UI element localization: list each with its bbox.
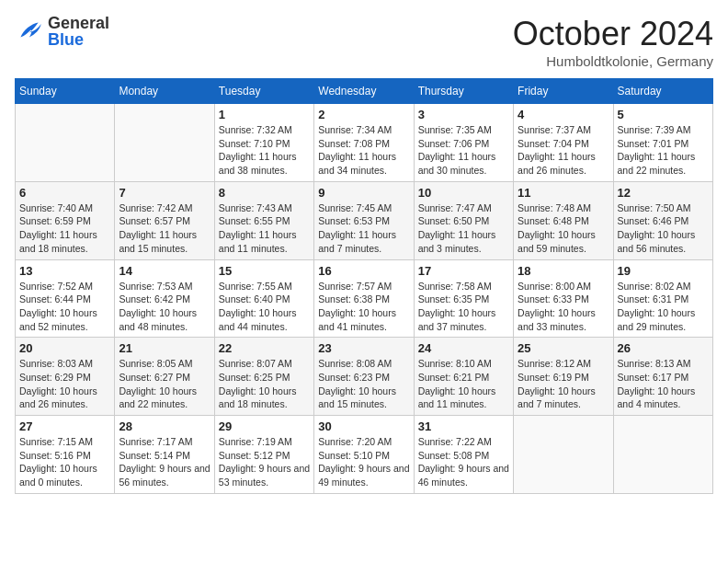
location: Humboldtkolonie, Germany: [513, 53, 713, 69]
calendar-cell: 12Sunrise: 7:50 AM Sunset: 6:46 PM Dayli…: [613, 181, 712, 259]
day-number: 7: [119, 186, 210, 200]
day-number: 30: [318, 419, 409, 433]
logo-blue: Blue: [48, 30, 84, 49]
logo-icon: [15, 17, 44, 46]
day-number: 21: [119, 341, 210, 355]
calendar-week-3: 13Sunrise: 7:52 AM Sunset: 6:44 PM Dayli…: [16, 259, 713, 338]
logo: General Blue: [15, 15, 109, 48]
calendar-cell: 3Sunrise: 7:35 AM Sunset: 7:06 PM Daylig…: [414, 104, 513, 182]
day-number: 14: [119, 264, 210, 278]
day-info: Sunrise: 7:50 AM Sunset: 6:46 PM Dayligh…: [618, 201, 709, 256]
day-number: 9: [318, 186, 409, 200]
day-number: 23: [318, 341, 409, 355]
day-number: 3: [418, 108, 509, 121]
weekday-header-monday: Monday: [115, 79, 214, 104]
day-info: Sunrise: 7:42 AM Sunset: 6:57 PM Dayligh…: [119, 201, 210, 256]
day-info: Sunrise: 8:05 AM Sunset: 6:27 PM Dayligh…: [119, 357, 210, 411]
day-number: 19: [618, 264, 709, 278]
day-info: Sunrise: 7:19 AM Sunset: 5:12 PM Dayligh…: [219, 435, 310, 489]
day-info: Sunrise: 7:57 AM Sunset: 6:38 PM Dayligh…: [318, 280, 409, 334]
day-number: 17: [418, 264, 509, 278]
day-number: 26: [618, 341, 709, 355]
day-info: Sunrise: 7:43 AM Sunset: 6:55 PM Dayligh…: [219, 201, 310, 256]
day-info: Sunrise: 7:53 AM Sunset: 6:42 PM Dayligh…: [119, 280, 210, 334]
day-info: Sunrise: 7:15 AM Sunset: 5:16 PM Dayligh…: [19, 435, 110, 489]
day-info: Sunrise: 7:37 AM Sunset: 7:04 PM Dayligh…: [518, 123, 609, 178]
day-info: Sunrise: 7:40 AM Sunset: 6:59 PM Dayligh…: [19, 201, 110, 256]
day-info: Sunrise: 7:22 AM Sunset: 5:08 PM Dayligh…: [418, 435, 509, 489]
day-number: 6: [19, 186, 110, 200]
calendar-cell: 4Sunrise: 7:37 AM Sunset: 7:04 PM Daylig…: [514, 104, 613, 182]
day-number: 28: [119, 419, 210, 433]
calendar-cell: 2Sunrise: 7:34 AM Sunset: 7:08 PM Daylig…: [314, 104, 414, 182]
day-number: 25: [518, 341, 609, 355]
calendar-cell: 28Sunrise: 7:17 AM Sunset: 5:14 PM Dayli…: [115, 416, 214, 494]
calendar-cell: [115, 104, 214, 182]
day-number: 8: [219, 186, 310, 200]
calendar-cell: 6Sunrise: 7:40 AM Sunset: 6:59 PM Daylig…: [16, 181, 115, 259]
calendar-cell: 14Sunrise: 7:53 AM Sunset: 6:42 PM Dayli…: [115, 259, 214, 338]
day-number: 20: [19, 341, 110, 355]
calendar-week-2: 6Sunrise: 7:40 AM Sunset: 6:59 PM Daylig…: [16, 181, 713, 259]
day-number: 11: [518, 186, 609, 200]
day-info: Sunrise: 7:17 AM Sunset: 5:14 PM Dayligh…: [119, 435, 210, 489]
weekday-header-wednesday: Wednesday: [314, 79, 414, 104]
day-number: 18: [518, 264, 609, 278]
day-number: 22: [219, 341, 310, 355]
title-area: October 2024 Humboldtkolonie, Germany: [513, 15, 713, 69]
day-number: 16: [318, 264, 409, 278]
calendar-cell: 5Sunrise: 7:39 AM Sunset: 7:01 PM Daylig…: [613, 104, 712, 182]
day-info: Sunrise: 7:32 AM Sunset: 7:10 PM Dayligh…: [219, 123, 310, 178]
calendar-cell: 31Sunrise: 7:22 AM Sunset: 5:08 PM Dayli…: [414, 416, 513, 494]
day-info: Sunrise: 8:12 AM Sunset: 6:19 PM Dayligh…: [518, 357, 609, 411]
day-number: 24: [418, 341, 509, 355]
day-info: Sunrise: 8:02 AM Sunset: 6:31 PM Dayligh…: [618, 280, 709, 334]
day-number: 29: [219, 419, 310, 433]
calendar-cell: [613, 416, 712, 494]
day-info: Sunrise: 7:34 AM Sunset: 7:08 PM Dayligh…: [318, 123, 409, 178]
calendar-cell: 1Sunrise: 7:32 AM Sunset: 7:10 PM Daylig…: [214, 104, 313, 182]
calendar-cell: 22Sunrise: 8:07 AM Sunset: 6:25 PM Dayli…: [214, 338, 313, 416]
calendar-cell: [16, 104, 115, 182]
month-title: October 2024: [513, 15, 713, 53]
day-info: Sunrise: 7:35 AM Sunset: 7:06 PM Dayligh…: [418, 123, 509, 178]
calendar-cell: 16Sunrise: 7:57 AM Sunset: 6:38 PM Dayli…: [314, 259, 414, 338]
day-info: Sunrise: 8:03 AM Sunset: 6:29 PM Dayligh…: [19, 357, 110, 411]
calendar-cell: 10Sunrise: 7:47 AM Sunset: 6:50 PM Dayli…: [414, 181, 513, 259]
day-info: Sunrise: 8:07 AM Sunset: 6:25 PM Dayligh…: [219, 357, 310, 411]
calendar-cell: [514, 416, 613, 494]
day-info: Sunrise: 8:00 AM Sunset: 6:33 PM Dayligh…: [518, 280, 609, 334]
day-number: 12: [618, 186, 709, 200]
day-info: Sunrise: 8:10 AM Sunset: 6:21 PM Dayligh…: [418, 357, 509, 411]
calendar-cell: 24Sunrise: 8:10 AM Sunset: 6:21 PM Dayli…: [414, 338, 513, 416]
calendar-cell: 13Sunrise: 7:52 AM Sunset: 6:44 PM Dayli…: [16, 259, 115, 338]
day-number: 31: [418, 419, 509, 433]
calendar-cell: 23Sunrise: 8:08 AM Sunset: 6:23 PM Dayli…: [314, 338, 414, 416]
day-info: Sunrise: 7:20 AM Sunset: 5:10 PM Dayligh…: [318, 435, 409, 489]
day-number: 5: [618, 108, 709, 121]
calendar-cell: 20Sunrise: 8:03 AM Sunset: 6:29 PM Dayli…: [16, 338, 115, 416]
day-info: Sunrise: 8:13 AM Sunset: 6:17 PM Dayligh…: [618, 357, 709, 411]
calendar-cell: 19Sunrise: 8:02 AM Sunset: 6:31 PM Dayli…: [613, 259, 712, 338]
calendar-cell: 11Sunrise: 7:48 AM Sunset: 6:48 PM Dayli…: [514, 181, 613, 259]
day-number: 27: [19, 419, 110, 433]
calendar-cell: 17Sunrise: 7:58 AM Sunset: 6:35 PM Dayli…: [414, 259, 513, 338]
calendar-table: SundayMondayTuesdayWednesdayThursdayFrid…: [15, 78, 713, 494]
weekday-header-tuesday: Tuesday: [214, 79, 313, 104]
calendar-cell: 7Sunrise: 7:42 AM Sunset: 6:57 PM Daylig…: [115, 181, 214, 259]
day-info: Sunrise: 7:55 AM Sunset: 6:40 PM Dayligh…: [219, 280, 310, 334]
weekday-header-sunday: Sunday: [16, 79, 115, 104]
calendar-cell: 21Sunrise: 8:05 AM Sunset: 6:27 PM Dayli…: [115, 338, 214, 416]
calendar-cell: 8Sunrise: 7:43 AM Sunset: 6:55 PM Daylig…: [214, 181, 313, 259]
day-info: Sunrise: 7:48 AM Sunset: 6:48 PM Dayligh…: [518, 201, 609, 256]
weekday-header-row: SundayMondayTuesdayWednesdayThursdayFrid…: [16, 79, 713, 104]
day-info: Sunrise: 8:08 AM Sunset: 6:23 PM Dayligh…: [318, 357, 409, 411]
calendar-cell: 15Sunrise: 7:55 AM Sunset: 6:40 PM Dayli…: [214, 259, 313, 338]
day-number: 1: [219, 108, 310, 121]
calendar-cell: 27Sunrise: 7:15 AM Sunset: 5:16 PM Dayli…: [16, 416, 115, 494]
weekday-header-friday: Friday: [514, 79, 613, 104]
day-number: 13: [19, 264, 110, 278]
calendar-cell: 25Sunrise: 8:12 AM Sunset: 6:19 PM Dayli…: [514, 338, 613, 416]
page-header: General Blue October 2024 Humboldtkoloni…: [15, 15, 713, 69]
weekday-header-saturday: Saturday: [613, 79, 712, 104]
